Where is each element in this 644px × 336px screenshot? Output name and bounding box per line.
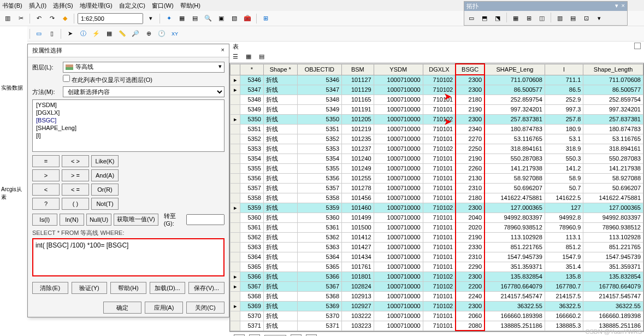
menu-item[interactable]: 选择(S) xyxy=(53,2,73,10)
python-icon[interactable]: ▣ xyxy=(216,13,227,24)
get-unique-values-button[interactable]: 获取唯一值(V) xyxy=(114,214,158,226)
help-button[interactable]: 帮助(H) xyxy=(110,282,146,294)
table-row[interactable]: 5351折线535110121910007100007101012340180.… xyxy=(231,124,643,134)
table-row[interactable]: ▸5346折线534610112710007100007101022300711… xyxy=(231,75,643,85)
topo-icon[interactable]: ◫ xyxy=(536,13,547,23)
search-icon[interactable]: 🔍 xyxy=(203,13,214,24)
topo-icon[interactable]: ▾ xyxy=(594,13,605,23)
op-or[interactable]: Or(R) xyxy=(91,184,119,196)
table-row[interactable]: ▸5366折线536610180110007100007101022300135… xyxy=(231,272,643,281)
goto-icon[interactable]: ⊕ xyxy=(143,28,154,39)
scale-combo[interactable] xyxy=(78,13,143,24)
table-row[interactable]: 5354折线535410124010007100007101012190550.… xyxy=(231,154,643,163)
column-header[interactable]: Shape * xyxy=(263,64,297,75)
verify-button[interactable]: 验证(Y) xyxy=(72,282,108,294)
select-by-attr-icon[interactable]: ▤ xyxy=(259,53,268,62)
menu-item[interactable]: 帮助(H) xyxy=(180,2,200,10)
table-row[interactable]: 5355折线535510124910007100007101012260141.… xyxy=(231,163,643,173)
op-ne[interactable]: < > xyxy=(62,155,89,167)
op-wildcard[interactable]: ? xyxy=(32,198,60,210)
op-lt[interactable]: < xyxy=(32,184,60,196)
column-header[interactable]: OBJECTID xyxy=(297,64,341,75)
htmlpop-icon[interactable]: ▦ xyxy=(104,28,115,39)
toolbox-icon[interactable]: 🧰 xyxy=(242,13,253,24)
redo-icon[interactable]: ↷ xyxy=(46,13,57,24)
topo-icon[interactable]: ⬔ xyxy=(492,13,503,23)
scale-dropdown-icon[interactable]: ▾ xyxy=(145,13,156,24)
table-row[interactable]: 5349折线534910119110007100007101012190997.… xyxy=(231,104,643,114)
table-row[interactable]: ▸5367折线536710282410007100007101022200167… xyxy=(231,281,643,291)
table-row[interactable]: 5352折线53521012351000710000710101227053.1… xyxy=(231,134,643,144)
menu-item[interactable]: 窗口(W) xyxy=(152,2,174,10)
attribute-grid[interactable]: *Shape *OBJECTIDBSMYSDMDGXLXBSGCSHAPE_Le… xyxy=(230,63,643,331)
toc-icon[interactable]: ▦ xyxy=(176,13,187,24)
xy-icon[interactable]: XY xyxy=(169,28,180,39)
apply-button[interactable]: 应用(A) xyxy=(145,302,183,314)
table-row[interactable]: 5357折线53571012781000710000710101231050.6… xyxy=(231,183,643,193)
table-row[interactable]: 5358折线5358101456100071000071010121801416… xyxy=(231,193,643,203)
table-row[interactable]: 5363折线536310142710007100007101012330851.… xyxy=(231,242,643,252)
op-not[interactable]: Not(T) xyxy=(91,198,119,210)
topo-icon[interactable]: ▦ xyxy=(510,13,521,23)
table-row[interactable]: 5371折线5371103223100071000071010120801388… xyxy=(231,321,643,331)
menu-item[interactable]: 插入(I) xyxy=(29,2,46,10)
table-row[interactable]: 5361折线5361101500100071000071010120207896… xyxy=(231,222,643,232)
table-row[interactable]: ▸5369折线536910292710007100007101022300363… xyxy=(231,301,643,311)
op-and[interactable]: And(A) xyxy=(91,169,119,181)
layer-combo[interactable]: 等高线▾ xyxy=(63,62,224,73)
table-row[interactable]: 5364折线5364101434100071000071010123101547… xyxy=(231,252,643,262)
table-row[interactable]: 5348折线534810116510007100007101012180252.… xyxy=(231,95,643,104)
column-header[interactable]: YSDM xyxy=(374,64,423,75)
field-item[interactable]: [SHAPE_Leng] xyxy=(34,124,223,132)
hyperlink-icon[interactable]: ⚡ xyxy=(91,28,102,39)
op-le[interactable]: < = xyxy=(62,184,89,196)
field-item[interactable]: [YSDM] xyxy=(34,101,223,109)
table-options-icon[interactable]: ☰ xyxy=(233,53,241,62)
pointer-icon[interactable]: ➤ xyxy=(64,28,75,39)
only-selectable-check[interactable]: 在此列表中仅显示可选图层(O) xyxy=(63,76,152,83)
save-button[interactable]: 保存(V)... xyxy=(188,282,224,294)
column-header[interactable]: SHAPE_Leng xyxy=(485,64,545,75)
topo-icon[interactable]: ▥ xyxy=(554,13,565,23)
sql-expression-box[interactable]: int( [BSGC] /100) *100= [BSGC] xyxy=(32,238,224,276)
topology-dropdown-icon[interactable]: ▾ xyxy=(615,2,618,10)
topo-icon[interactable]: ⊡ xyxy=(581,13,592,23)
measure-icon[interactable]: 📏 xyxy=(117,28,128,39)
table-row[interactable]: 5370折线5370103222100071000071010120601666… xyxy=(231,311,643,321)
op-in[interactable]: In(N) xyxy=(60,214,85,226)
close-button[interactable]: 关闭(C) xyxy=(186,302,224,314)
topo-icon[interactable]: ⊞ xyxy=(523,13,534,23)
menu-item[interactable]: 自定义(C) xyxy=(119,2,145,10)
op-paren[interactable]: ( ) xyxy=(62,198,89,210)
column-header[interactable]: * xyxy=(240,64,264,75)
sql-textarea[interactable]: int( [BSGC] /100) *100= [BSGC] xyxy=(36,241,221,273)
table-row[interactable]: 5353折线535310123710007100007101022250318.… xyxy=(231,144,643,154)
column-header[interactable]: DGXLX xyxy=(423,64,456,75)
op-null[interactable]: Null(U) xyxy=(86,214,111,226)
column-header[interactable]: BSGC xyxy=(456,64,485,75)
op-is[interactable]: Is(I) xyxy=(32,214,57,226)
menu-item[interactable]: 地理处理(G) xyxy=(80,2,113,10)
toolbar-icon-generic[interactable]: ▥ xyxy=(2,13,13,24)
field-item[interactable]: [BSGC] xyxy=(34,116,223,124)
op-gt[interactable]: > xyxy=(32,169,60,181)
close-icon[interactable]: × xyxy=(221,46,224,55)
op-eq[interactable]: = xyxy=(32,155,60,167)
editor-icon[interactable]: ✦ xyxy=(163,13,174,24)
table-row[interactable]: 5360折线5360101499100071000071010120409499… xyxy=(231,213,643,222)
table-row[interactable]: 5362折线536210141210007100007101012190113.… xyxy=(231,232,643,242)
table-row[interactable]: ▸5350折线535010120510007100007101022300257… xyxy=(231,114,643,124)
table-row[interactable]: 5368折线5368102913100071000071010122402141… xyxy=(231,291,643,301)
find-icon[interactable]: 🔎 xyxy=(130,28,141,39)
topology-close-icon[interactable]: × xyxy=(622,2,625,10)
maximize-icon[interactable] xyxy=(634,43,641,49)
method-combo[interactable]: 创建新选择内容 xyxy=(63,86,224,97)
table-row[interactable]: ▸5359折线535910146010007100007101022300127… xyxy=(231,203,643,213)
time-icon[interactable]: 🕐 xyxy=(156,28,167,39)
catalog-icon[interactable]: ▤ xyxy=(190,13,200,24)
column-header[interactable]: l xyxy=(545,64,583,75)
topo-icon[interactable]: ⬒ xyxy=(479,13,490,23)
op-like[interactable]: Like(K) xyxy=(91,155,119,167)
column-header[interactable]: BSM xyxy=(342,64,374,75)
model-icon[interactable]: ▧ xyxy=(229,13,240,24)
